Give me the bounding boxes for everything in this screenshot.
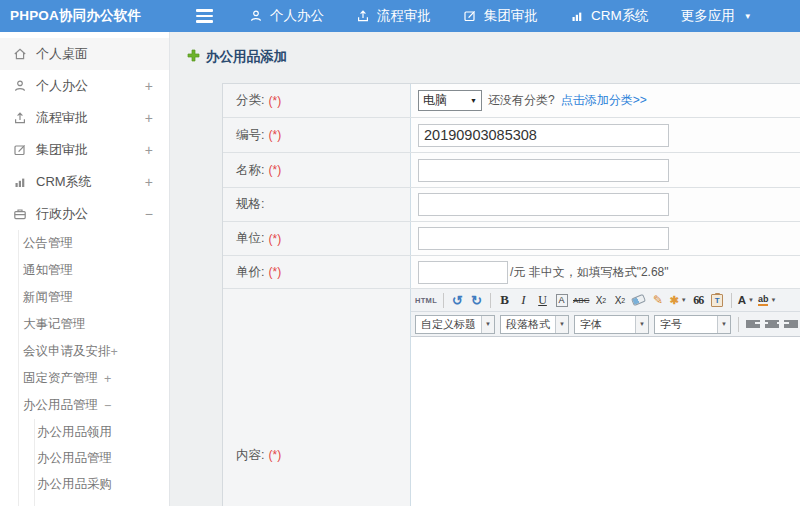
workflow-icon xyxy=(356,9,370,23)
editor-toolbar-row2: 自定义标题 ▼ 段落格式 ▼ 字体 ▼ 字号 ▼ xyxy=(411,312,800,337)
format-painter-icon[interactable]: ✎ xyxy=(650,291,665,309)
nav-label: 集团审批 xyxy=(484,7,538,25)
superscript-button[interactable]: X2 xyxy=(593,291,608,309)
expand-plus-icon[interactable]: + xyxy=(145,174,153,190)
font-style-button[interactable]: A xyxy=(556,294,568,307)
sidebar-item-label: 会议申请及安排 xyxy=(23,343,111,360)
highlight-color-button[interactable]: ab▼ xyxy=(758,291,776,309)
spec-input[interactable] xyxy=(418,193,669,216)
sidebar-item-label: CRM系统 xyxy=(36,173,92,191)
nav-personal-office[interactable]: 个人办公 xyxy=(249,7,324,25)
unit-input[interactable] xyxy=(418,227,669,250)
nav-label: 更多应用 xyxy=(681,7,735,25)
sidebar-item-label: 个人办公 xyxy=(36,77,88,95)
menu-toggle-icon[interactable] xyxy=(196,9,213,23)
field-label: 分类: xyxy=(236,92,264,109)
nav-label: CRM系统 xyxy=(591,7,649,25)
underline-button[interactable]: U xyxy=(535,291,550,309)
add-category-link[interactable]: 点击添加分类>> xyxy=(561,92,647,109)
required-mark: (*) xyxy=(268,232,281,246)
name-input[interactable] xyxy=(418,159,669,182)
collapse-minus-icon[interactable]: − xyxy=(104,399,111,413)
sidebar-item-workflow-approval[interactable]: 流程审批 + xyxy=(0,102,169,134)
align-left-icon[interactable] xyxy=(746,319,760,330)
expand-plus-icon[interactable]: + xyxy=(104,372,111,386)
field-label: 单位: xyxy=(236,230,264,247)
editor-content-area[interactable] xyxy=(411,337,800,506)
sidebar-item-asset-mgmt[interactable]: 固定资产管理 + xyxy=(19,365,169,392)
sidebar-item-announcement-mgmt[interactable]: 公告管理 xyxy=(19,230,169,257)
subscript-button[interactable]: X2 xyxy=(612,291,627,309)
sidebar-item-notice-mgmt[interactable]: 通知管理 xyxy=(19,257,169,284)
sidebar-item-label: 通知管理 xyxy=(23,262,73,279)
expand-plus-icon[interactable]: + xyxy=(145,78,153,94)
quick-format-icon[interactable]: ✱▼ xyxy=(669,291,686,309)
form-row-spec: 规格: xyxy=(223,188,800,222)
font-size-select[interactable]: 字号 ▼ xyxy=(654,315,731,334)
sidebar-item-label: 新闻管理 xyxy=(23,289,73,306)
nav-crm[interactable]: CRM系统 xyxy=(570,7,649,25)
sidebar-item-supplies-claim[interactable]: 办公用品领用 xyxy=(35,419,169,445)
required-mark: (*) xyxy=(268,128,281,142)
sidebar-item-label: 大事记管理 xyxy=(23,316,86,333)
collapse-minus-icon[interactable]: − xyxy=(145,206,153,222)
font-color-button[interactable]: A▼ xyxy=(738,291,754,309)
required-mark: (*) xyxy=(268,448,281,462)
sidebar-item-label: 流程审批 xyxy=(36,109,88,127)
sidebar-item-supplies-mgmt[interactable]: 办公用品管理 − xyxy=(19,392,169,419)
align-right-icon[interactable] xyxy=(784,319,798,330)
font-family-select[interactable]: 字体 ▼ xyxy=(574,315,649,334)
sidebar-item-supplies-purchase[interactable]: 办公用品采购 xyxy=(35,471,169,497)
form-row-category: 分类: (*) 电脑 ▼ 还没有分类? 点击添加分类>> xyxy=(223,84,800,118)
nav-group-approval[interactable]: 集团审批 xyxy=(463,7,538,25)
expand-plus-icon[interactable]: + xyxy=(111,345,118,359)
align-center-icon[interactable] xyxy=(765,319,779,330)
blockquote-button[interactable]: 66 xyxy=(691,291,706,309)
sidebar-item-personal-office[interactable]: 个人办公 + xyxy=(0,70,169,102)
strikethrough-button[interactable]: ABC xyxy=(573,291,589,309)
edit-icon xyxy=(463,9,477,23)
sidebar-item-label: 固定资产管理 xyxy=(23,370,98,387)
code-input[interactable] xyxy=(418,124,669,147)
field-label: 编号: xyxy=(236,127,264,144)
caret-down-icon: ▼ xyxy=(635,316,648,333)
price-input[interactable] xyxy=(418,261,508,284)
paragraph-format-select[interactable]: 段落格式 ▼ xyxy=(500,315,569,334)
sidebar-item-admin-office[interactable]: 行政办公 − xyxy=(0,198,169,230)
form-row-price: 单价: (*) /元 非中文，如填写格式"2.68" xyxy=(223,256,800,289)
source-code-button[interactable]: HTML xyxy=(415,291,437,309)
app-window: PHPOA协同办公软件 个人办公 流程审批 集团审批 xyxy=(0,0,800,506)
nav-label: 流程审批 xyxy=(377,7,431,25)
remove-format-icon[interactable] xyxy=(631,291,646,309)
nav-workflow-approval[interactable]: 流程审批 xyxy=(356,7,431,25)
expand-plus-icon[interactable]: + xyxy=(145,142,153,158)
caret-down-icon: ▼ xyxy=(555,316,568,333)
bold-button[interactable]: B xyxy=(497,291,512,309)
field-label: 规格: xyxy=(236,196,264,213)
required-mark: (*) xyxy=(268,94,281,108)
category-select[interactable]: 电脑 ▼ xyxy=(418,90,482,111)
sidebar-item-meeting-mgmt[interactable]: 会议申请及安排 + xyxy=(19,338,169,365)
sidebar-item-group-approval[interactable]: 集团审批 + xyxy=(0,134,169,166)
price-hint: /元 非中文，如填写格式"2.68" xyxy=(510,264,669,281)
redo-icon[interactable]: ↻ xyxy=(469,291,484,309)
sidebar-item-supplies-manage[interactable]: 办公用品管理 xyxy=(35,445,169,471)
sidebar-item-events-mgmt[interactable]: 大事记管理 xyxy=(19,311,169,338)
category-hint: 还没有分类? xyxy=(488,92,555,109)
undo-icon[interactable]: ↺ xyxy=(450,291,465,309)
custom-heading-select[interactable]: 自定义标题 ▼ xyxy=(415,315,495,334)
field-label: 单价: xyxy=(236,264,264,281)
nav-more-apps[interactable]: 更多应用 ▼ xyxy=(681,7,752,25)
edit-icon xyxy=(13,143,27,157)
chart-icon xyxy=(570,9,584,23)
sidebar-item-desktop[interactable]: 个人桌面 xyxy=(0,38,169,70)
sidebar-item-label: 行政办公 xyxy=(36,205,88,223)
sidebar-item-crm[interactable]: CRM系统 + xyxy=(0,166,169,198)
supplies-add-form: 分类: (*) 电脑 ▼ 还没有分类? 点击添加分类>> 编号: (*) xyxy=(222,83,800,506)
sidebar-item-label: 办公用品管理 xyxy=(23,397,98,414)
sidebar-item-news-mgmt[interactable]: 新闻管理 xyxy=(19,284,169,311)
caret-down-icon: ▼ xyxy=(481,316,494,333)
paste-as-text-icon[interactable]: T xyxy=(710,291,725,309)
italic-button[interactable]: I xyxy=(516,291,531,309)
expand-plus-icon[interactable]: + xyxy=(145,110,153,126)
